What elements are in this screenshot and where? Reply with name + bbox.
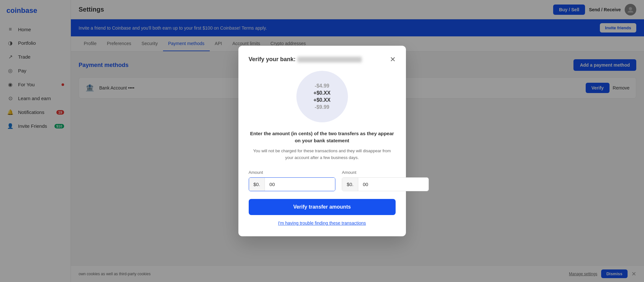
amount2-input[interactable] [358, 178, 428, 191]
verify-transfer-button[interactable]: Verify transfer amounts [249, 199, 396, 215]
modal-title-text: Verify your bank: [249, 56, 296, 62]
amount-inputs-row: Amount $0. Amount $0. [249, 170, 396, 191]
modal-description-main: Enter the amount (in cents) of the two t… [249, 130, 396, 145]
modal-close-button[interactable]: ✕ [390, 56, 396, 63]
amount-pos1: +$0.XX [313, 90, 331, 96]
modal-overlay[interactable]: Verify your bank: ✕ -$4.99 +$0.XX +$0.XX… [0, 0, 644, 282]
modal-description-sub: You will not be charged for these transa… [249, 148, 396, 161]
trouble-finding-button[interactable]: I'm having trouble finding these transac… [249, 221, 396, 226]
modal-title: Verify your bank: [249, 56, 362, 63]
bank-statement-graphic: -$4.99 +$0.XX +$0.XX -$9.99 [296, 71, 348, 122]
amount2-label: Amount [342, 170, 429, 175]
amount-pos2: +$0.XX [313, 97, 331, 103]
amount-group-1: Amount $0. [249, 170, 336, 191]
amount-group-2: Amount $0. [342, 170, 429, 191]
amount1-label: Amount [249, 170, 336, 175]
amount-neg1: -$4.99 [315, 83, 329, 89]
amount2-prefix: $0. [342, 178, 358, 191]
amount1-input[interactable] [265, 178, 335, 191]
modal-bank-name-blur [297, 57, 362, 62]
modal-header: Verify your bank: ✕ [249, 56, 396, 63]
amount1-prefix: $0. [249, 178, 265, 191]
amount2-input-wrapper: $0. [342, 177, 429, 191]
amount1-input-wrapper: $0. [249, 177, 336, 191]
amount-neg2: -$9.99 [315, 104, 329, 110]
verify-bank-modal: Verify your bank: ✕ -$4.99 +$0.XX +$0.XX… [238, 46, 406, 237]
